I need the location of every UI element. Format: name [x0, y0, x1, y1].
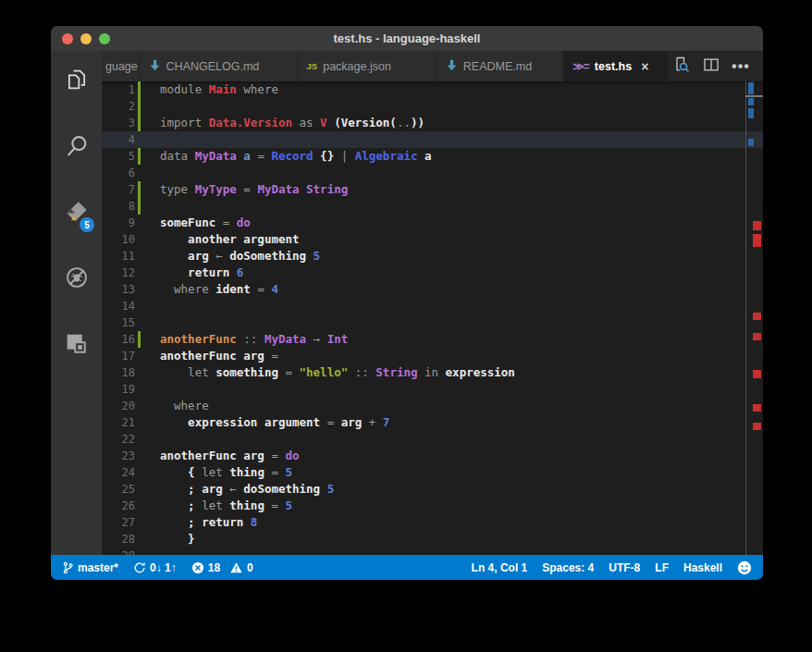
indentation-status[interactable]: Spaces: 4	[542, 561, 594, 574]
code-token: 6	[229, 265, 243, 279]
code-line-27[interactable]: 27 ; return 8	[102, 514, 763, 531]
code-line-15[interactable]: 15	[102, 314, 763, 331]
cursor-position-status[interactable]: Ln 4, Col 1	[472, 561, 528, 574]
split-editor-button[interactable]	[698, 55, 724, 79]
eol-status[interactable]: LF	[655, 561, 669, 574]
line-number: 5	[102, 148, 135, 165]
code-line-17[interactable]: 17anotherFunc arg =	[102, 348, 763, 364]
tab-label: guage	[105, 60, 138, 73]
code-line-8[interactable]: 8	[102, 198, 763, 215]
code-line-25[interactable]: 25 ; arg ← doSomething 5	[102, 481, 763, 498]
code-token: MyType	[195, 182, 237, 196]
ruler-change-mark	[748, 98, 754, 105]
code-token	[160, 465, 188, 479]
code-token: Algebraic	[355, 149, 418, 163]
code-line-6[interactable]: 6	[102, 165, 763, 181]
code-line-19[interactable]: 19	[102, 381, 763, 398]
code-token	[160, 265, 188, 279]
git-change-indicator	[138, 148, 141, 165]
sidebar-item-debug[interactable]	[51, 254, 102, 301]
sidebar-item-explorer[interactable]	[51, 56, 102, 103]
ruler-error-mark	[753, 423, 761, 430]
code-token: {	[188, 465, 202, 479]
code-line-7[interactable]: 7type MyType = MyData String	[102, 181, 763, 198]
code-line-3[interactable]: 3import Data.Version as V (Version(..))	[102, 115, 763, 131]
code-token: let	[202, 465, 229, 479]
code-token: }	[188, 532, 195, 546]
problems-status[interactable]: 18 0	[191, 561, 253, 574]
code-line-21[interactable]: 21 expression argument = arg + 7	[102, 414, 763, 431]
code-line-1[interactable]: 1module Main where	[102, 81, 763, 98]
code-token: Main	[209, 82, 237, 96]
code-token: ; arg	[188, 482, 223, 496]
code-editor[interactable]: 1module Main where23import Data.Version …	[102, 81, 763, 555]
encoding-status[interactable]: UTF-8	[609, 561, 640, 574]
git-branch-status[interactable]: master*	[62, 561, 118, 574]
code-line-24[interactable]: 24 { let thing = 5	[102, 464, 763, 481]
editor-actions: •••	[669, 51, 763, 81]
code-line-10[interactable]: 10 another argument	[102, 231, 763, 248]
sidebar-item-search[interactable]	[51, 123, 102, 169]
code-line-14[interactable]: 14	[102, 298, 763, 314]
line-number: 27	[102, 514, 135, 531]
code-line-13[interactable]: 13 where ident = 4	[102, 281, 763, 298]
code-line-29[interactable]: 29	[102, 547, 763, 555]
minimize-window-button[interactable]	[80, 33, 92, 44]
code-token: in	[417, 365, 445, 379]
code-line-26[interactable]: 26 ; let thing = 5	[102, 498, 763, 514]
code-line-20[interactable]: 20 where	[102, 398, 763, 414]
feedback-smiley-icon[interactable]	[737, 560, 752, 575]
code-token: Int	[327, 332, 349, 346]
tab-test-hs[interactable]: ≫= test.hs ×	[563, 51, 668, 81]
code-line-12[interactable]: 12 return 6	[102, 264, 763, 281]
line-number: 25	[102, 481, 135, 498]
tab-package-json[interactable]: JS package.json	[298, 51, 436, 81]
line-number: 9	[102, 215, 135, 231]
git-sync-status[interactable]: 0↓ 1↑	[133, 561, 177, 574]
code-line-16[interactable]: 16anotherFunc :: MyData → Int	[102, 331, 763, 348]
line-number: 17	[102, 348, 135, 364]
open-preview-button[interactable]	[669, 55, 695, 79]
tab-language[interactable]: guage	[102, 51, 139, 81]
overview-ruler[interactable]	[745, 81, 763, 555]
code-token: expression	[446, 365, 515, 379]
code-token: =	[320, 415, 341, 429]
code-line-5[interactable]: 5data MyData a = Record {} | Algebraic a	[102, 148, 763, 165]
sidebar-item-source-control[interactable]: 5	[51, 190, 102, 236]
ellipsis-icon: •••	[732, 58, 750, 75]
code-line-9[interactable]: 9someFunc = do	[102, 215, 763, 231]
code-token: anotherFunc	[160, 332, 237, 346]
code-line-28[interactable]: 28 }	[102, 531, 763, 547]
ruler-change-mark	[748, 108, 754, 118]
code-line-11[interactable]: 11 arg ← doSomething 5	[102, 248, 763, 264]
traffic-lights	[62, 33, 110, 44]
sidebar-item-extensions[interactable]	[51, 321, 102, 367]
tab-changelog-md[interactable]: CHANGELOG.md	[140, 51, 297, 81]
code-line-18[interactable]: 18 let something = "hello" :: String in …	[102, 364, 763, 381]
code-line-4[interactable]: 4	[102, 131, 763, 148]
code-token: something	[215, 365, 278, 379]
code-line-23[interactable]: 23anotherFunc arg = do	[102, 448, 763, 464]
code-line-22[interactable]: 22	[102, 431, 763, 448]
zoom-window-button[interactable]	[99, 33, 110, 44]
close-window-button[interactable]	[62, 33, 73, 44]
search-icon	[64, 133, 90, 159]
code-token: =	[278, 365, 300, 379]
branch-name: master*	[78, 561, 118, 574]
title-bar[interactable]: test.hs - language-haskell	[51, 26, 763, 51]
tab-bar: guage CHANGELOG.md JS package.json	[102, 51, 763, 81]
code-token: 5	[286, 498, 293, 512]
code-token: doSomething	[229, 249, 306, 263]
scrollbar-slider-edge	[745, 95, 763, 97]
code-line-2[interactable]: 2	[102, 98, 763, 115]
ruler-error-mark	[753, 404, 761, 412]
ruler-change-mark	[748, 82, 754, 94]
tab-readme-md[interactable]: README.md	[437, 51, 562, 81]
code-token: expression argument	[188, 415, 320, 429]
extensions-icon	[64, 331, 90, 357]
language-mode-status[interactable]: Haskell	[683, 561, 722, 574]
close-tab-icon[interactable]: ×	[641, 59, 648, 74]
code-token: 8	[243, 515, 257, 529]
ruler-change-mark	[748, 139, 754, 146]
more-actions-button[interactable]: •••	[728, 55, 754, 79]
